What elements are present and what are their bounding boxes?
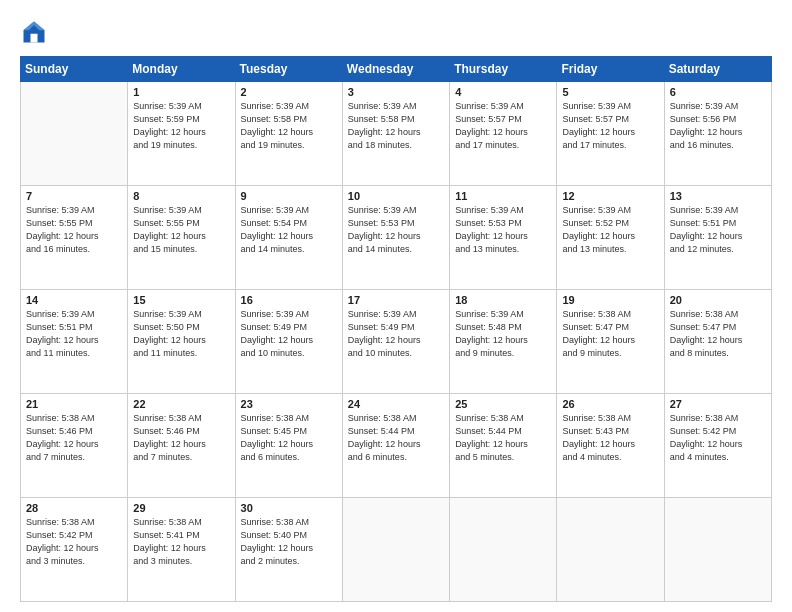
calendar-cell: 12Sunrise: 5:39 AM Sunset: 5:52 PM Dayli… <box>557 186 664 290</box>
calendar-cell: 21Sunrise: 5:38 AM Sunset: 5:46 PM Dayli… <box>21 394 128 498</box>
day-number: 1 <box>133 86 229 98</box>
day-number: 25 <box>455 398 551 410</box>
day-number: 8 <box>133 190 229 202</box>
day-info: Sunrise: 5:38 AM Sunset: 5:46 PM Dayligh… <box>133 412 229 464</box>
calendar-cell: 28Sunrise: 5:38 AM Sunset: 5:42 PM Dayli… <box>21 498 128 602</box>
calendar-cell: 13Sunrise: 5:39 AM Sunset: 5:51 PM Dayli… <box>664 186 771 290</box>
calendar-cell: 24Sunrise: 5:38 AM Sunset: 5:44 PM Dayli… <box>342 394 449 498</box>
calendar-cell <box>664 498 771 602</box>
calendar-cell: 10Sunrise: 5:39 AM Sunset: 5:53 PM Dayli… <box>342 186 449 290</box>
calendar-cell: 16Sunrise: 5:39 AM Sunset: 5:49 PM Dayli… <box>235 290 342 394</box>
day-info: Sunrise: 5:38 AM Sunset: 5:42 PM Dayligh… <box>670 412 766 464</box>
logo-icon <box>20 18 48 46</box>
day-number: 16 <box>241 294 337 306</box>
calendar-cell <box>450 498 557 602</box>
day-number: 30 <box>241 502 337 514</box>
day-info: Sunrise: 5:39 AM Sunset: 5:53 PM Dayligh… <box>455 204 551 256</box>
day-number: 20 <box>670 294 766 306</box>
calendar-cell: 22Sunrise: 5:38 AM Sunset: 5:46 PM Dayli… <box>128 394 235 498</box>
calendar-cell: 27Sunrise: 5:38 AM Sunset: 5:42 PM Dayli… <box>664 394 771 498</box>
day-info: Sunrise: 5:39 AM Sunset: 5:58 PM Dayligh… <box>348 100 444 152</box>
day-number: 19 <box>562 294 658 306</box>
calendar-cell: 19Sunrise: 5:38 AM Sunset: 5:47 PM Dayli… <box>557 290 664 394</box>
day-info: Sunrise: 5:39 AM Sunset: 5:59 PM Dayligh… <box>133 100 229 152</box>
day-number: 11 <box>455 190 551 202</box>
calendar-cell <box>342 498 449 602</box>
calendar-cell: 9Sunrise: 5:39 AM Sunset: 5:54 PM Daylig… <box>235 186 342 290</box>
calendar-cell: 29Sunrise: 5:38 AM Sunset: 5:41 PM Dayli… <box>128 498 235 602</box>
day-info: Sunrise: 5:39 AM Sunset: 5:58 PM Dayligh… <box>241 100 337 152</box>
calendar-cell: 11Sunrise: 5:39 AM Sunset: 5:53 PM Dayli… <box>450 186 557 290</box>
day-number: 15 <box>133 294 229 306</box>
day-header-saturday: Saturday <box>664 57 771 82</box>
calendar-cell <box>21 82 128 186</box>
day-info: Sunrise: 5:39 AM Sunset: 5:57 PM Dayligh… <box>562 100 658 152</box>
day-info: Sunrise: 5:39 AM Sunset: 5:54 PM Dayligh… <box>241 204 337 256</box>
day-info: Sunrise: 5:38 AM Sunset: 5:44 PM Dayligh… <box>348 412 444 464</box>
calendar-cell: 15Sunrise: 5:39 AM Sunset: 5:50 PM Dayli… <box>128 290 235 394</box>
calendar-cell: 14Sunrise: 5:39 AM Sunset: 5:51 PM Dayli… <box>21 290 128 394</box>
calendar-header-row: SundayMondayTuesdayWednesdayThursdayFrid… <box>21 57 772 82</box>
calendar-cell: 3Sunrise: 5:39 AM Sunset: 5:58 PM Daylig… <box>342 82 449 186</box>
svg-rect-2 <box>31 34 38 43</box>
calendar-cell: 17Sunrise: 5:39 AM Sunset: 5:49 PM Dayli… <box>342 290 449 394</box>
day-number: 12 <box>562 190 658 202</box>
day-header-wednesday: Wednesday <box>342 57 449 82</box>
day-number: 14 <box>26 294 122 306</box>
day-number: 13 <box>670 190 766 202</box>
day-number: 10 <box>348 190 444 202</box>
day-number: 21 <box>26 398 122 410</box>
calendar-cell: 23Sunrise: 5:38 AM Sunset: 5:45 PM Dayli… <box>235 394 342 498</box>
day-info: Sunrise: 5:39 AM Sunset: 5:51 PM Dayligh… <box>26 308 122 360</box>
day-number: 5 <box>562 86 658 98</box>
day-number: 3 <box>348 86 444 98</box>
day-number: 18 <box>455 294 551 306</box>
calendar-cell: 18Sunrise: 5:39 AM Sunset: 5:48 PM Dayli… <box>450 290 557 394</box>
day-info: Sunrise: 5:39 AM Sunset: 5:51 PM Dayligh… <box>670 204 766 256</box>
day-number: 6 <box>670 86 766 98</box>
day-number: 7 <box>26 190 122 202</box>
day-number: 27 <box>670 398 766 410</box>
calendar-week-5: 28Sunrise: 5:38 AM Sunset: 5:42 PM Dayli… <box>21 498 772 602</box>
day-info: Sunrise: 5:39 AM Sunset: 5:50 PM Dayligh… <box>133 308 229 360</box>
day-info: Sunrise: 5:38 AM Sunset: 5:42 PM Dayligh… <box>26 516 122 568</box>
day-info: Sunrise: 5:38 AM Sunset: 5:45 PM Dayligh… <box>241 412 337 464</box>
day-info: Sunrise: 5:39 AM Sunset: 5:55 PM Dayligh… <box>133 204 229 256</box>
calendar-cell: 7Sunrise: 5:39 AM Sunset: 5:55 PM Daylig… <box>21 186 128 290</box>
day-info: Sunrise: 5:38 AM Sunset: 5:47 PM Dayligh… <box>562 308 658 360</box>
day-info: Sunrise: 5:38 AM Sunset: 5:47 PM Dayligh… <box>670 308 766 360</box>
day-number: 28 <box>26 502 122 514</box>
day-info: Sunrise: 5:38 AM Sunset: 5:43 PM Dayligh… <box>562 412 658 464</box>
day-info: Sunrise: 5:39 AM Sunset: 5:56 PM Dayligh… <box>670 100 766 152</box>
day-info: Sunrise: 5:39 AM Sunset: 5:49 PM Dayligh… <box>241 308 337 360</box>
calendar-week-2: 7Sunrise: 5:39 AM Sunset: 5:55 PM Daylig… <box>21 186 772 290</box>
header <box>20 18 772 46</box>
day-info: Sunrise: 5:39 AM Sunset: 5:49 PM Dayligh… <box>348 308 444 360</box>
day-number: 24 <box>348 398 444 410</box>
calendar-cell: 4Sunrise: 5:39 AM Sunset: 5:57 PM Daylig… <box>450 82 557 186</box>
day-info: Sunrise: 5:38 AM Sunset: 5:44 PM Dayligh… <box>455 412 551 464</box>
day-info: Sunrise: 5:38 AM Sunset: 5:46 PM Dayligh… <box>26 412 122 464</box>
calendar-cell: 2Sunrise: 5:39 AM Sunset: 5:58 PM Daylig… <box>235 82 342 186</box>
calendar-cell: 8Sunrise: 5:39 AM Sunset: 5:55 PM Daylig… <box>128 186 235 290</box>
calendar-cell: 1Sunrise: 5:39 AM Sunset: 5:59 PM Daylig… <box>128 82 235 186</box>
calendar-week-1: 1Sunrise: 5:39 AM Sunset: 5:59 PM Daylig… <box>21 82 772 186</box>
day-number: 2 <box>241 86 337 98</box>
day-number: 23 <box>241 398 337 410</box>
day-info: Sunrise: 5:39 AM Sunset: 5:57 PM Dayligh… <box>455 100 551 152</box>
calendar-cell: 25Sunrise: 5:38 AM Sunset: 5:44 PM Dayli… <box>450 394 557 498</box>
day-number: 22 <box>133 398 229 410</box>
page: SundayMondayTuesdayWednesdayThursdayFrid… <box>0 0 792 612</box>
logo <box>20 18 52 46</box>
day-info: Sunrise: 5:38 AM Sunset: 5:40 PM Dayligh… <box>241 516 337 568</box>
day-header-sunday: Sunday <box>21 57 128 82</box>
calendar-cell: 26Sunrise: 5:38 AM Sunset: 5:43 PM Dayli… <box>557 394 664 498</box>
day-header-friday: Friday <box>557 57 664 82</box>
day-number: 17 <box>348 294 444 306</box>
day-header-thursday: Thursday <box>450 57 557 82</box>
day-info: Sunrise: 5:39 AM Sunset: 5:55 PM Dayligh… <box>26 204 122 256</box>
calendar-cell: 20Sunrise: 5:38 AM Sunset: 5:47 PM Dayli… <box>664 290 771 394</box>
day-number: 29 <box>133 502 229 514</box>
day-number: 9 <box>241 190 337 202</box>
day-info: Sunrise: 5:39 AM Sunset: 5:53 PM Dayligh… <box>348 204 444 256</box>
